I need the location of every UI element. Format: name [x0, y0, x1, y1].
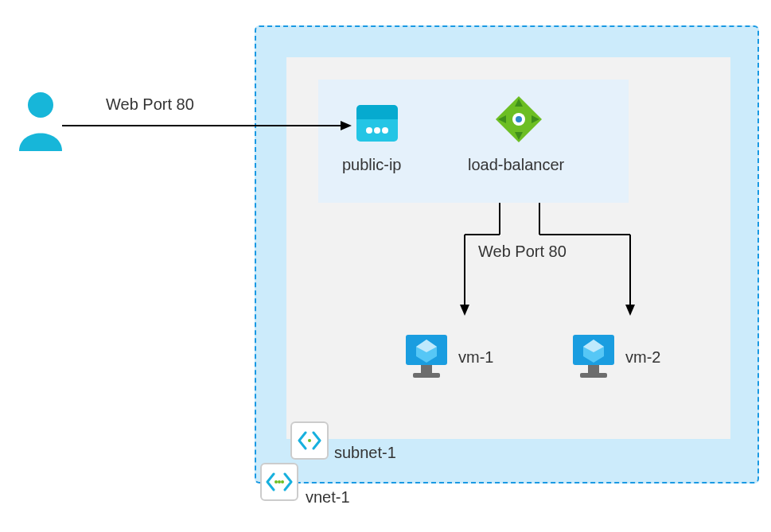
public-ip-icon — [355, 103, 399, 143]
svg-rect-33 — [580, 373, 607, 378]
subnet-label: subnet-1 — [334, 444, 396, 462]
arrow-user-to-publicip — [62, 110, 356, 142]
svg-point-13 — [516, 116, 522, 122]
svg-rect-32 — [588, 365, 599, 373]
svg-rect-7 — [356, 119, 398, 123]
svg-point-10 — [382, 127, 388, 134]
vnet-label: vnet-1 — [306, 488, 350, 507]
vm2-label: vm-2 — [625, 348, 660, 367]
public-ip-label: public-ip — [342, 156, 401, 174]
vm-icon — [570, 332, 617, 382]
subnet-icon — [298, 431, 321, 450]
svg-rect-5 — [356, 115, 398, 119]
svg-marker-25 — [625, 305, 635, 316]
svg-point-0 — [28, 92, 53, 118]
load-balancer-label: load-balancer — [468, 156, 564, 174]
svg-point-38 — [278, 480, 281, 483]
svg-point-8 — [366, 127, 372, 134]
vnet-icon-badge — [260, 463, 298, 501]
svg-rect-27 — [421, 365, 432, 373]
vm1-label: vm-1 — [458, 348, 493, 367]
vnet-icon — [266, 472, 293, 491]
svg-rect-28 — [413, 373, 440, 378]
arrow-lb-to-vms — [446, 203, 652, 322]
svg-point-36 — [308, 439, 311, 442]
diagram-canvas: { "arrows": { "user_to_publicip_label": … — [0, 0, 771, 532]
svg-marker-21 — [460, 305, 469, 316]
svg-marker-2 — [341, 121, 352, 130]
arrow-user-to-publicip-label: Web Port 80 — [106, 95, 194, 114]
vm-icon — [403, 332, 450, 382]
svg-point-9 — [374, 127, 380, 134]
user-icon — [14, 89, 67, 153]
arrow-lb-to-vms-label: Web Port 80 — [478, 243, 567, 261]
svg-point-37 — [275, 480, 278, 483]
svg-point-39 — [281, 480, 284, 483]
subnet-icon-badge — [290, 421, 329, 460]
load-balancer-icon — [493, 94, 544, 145]
